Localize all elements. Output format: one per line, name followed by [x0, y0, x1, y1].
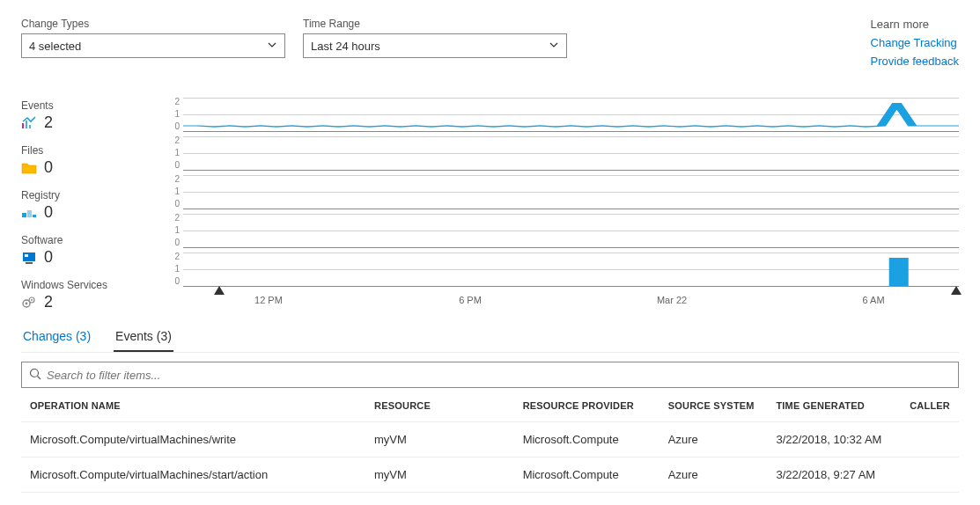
category-label: Files: [21, 144, 162, 157]
col-time-generated[interactable]: TIME GENERATED: [767, 388, 901, 422]
col-caller[interactable]: CALLER: [901, 388, 959, 422]
svg-line-12: [38, 376, 41, 379]
col-operation-name[interactable]: OPERATION NAME: [21, 388, 365, 422]
tab-events[interactable]: Events (3): [114, 324, 173, 352]
chevron-down-icon: [549, 40, 559, 53]
learn-more-section: Learn more Change Tracking Provide feedb…: [871, 18, 959, 73]
category-software: Software 0: [21, 234, 162, 267]
chevron-down-icon: [267, 40, 277, 53]
category-count: 0: [44, 248, 53, 267]
charts-column: 210 210 210 210: [162, 98, 959, 311]
summary-and-charts: Events 2 Files 0 Registry: [21, 98, 959, 311]
category-label: Registry: [21, 189, 162, 201]
category-summary-column: Events 2 Files 0 Registry: [21, 98, 162, 311]
category-files: Files 0: [21, 144, 162, 177]
table-header-row: OPERATION NAME RESOURCE RESOURCE PROVIDE…: [21, 388, 959, 422]
chart-files: 210: [162, 136, 959, 170]
svg-rect-5: [26, 262, 33, 264]
category-label: Events: [21, 99, 162, 112]
chart-software: 210: [162, 214, 959, 247]
time-range-dropdown[interactable]: Last 24 hours: [303, 33, 567, 58]
range-marker-right[interactable]: [951, 286, 962, 295]
change-types-label: Change Types: [21, 18, 285, 30]
search-input[interactable]: [47, 369, 951, 382]
tab-bar: Changes (3) Events (3): [21, 324, 959, 353]
col-source-system[interactable]: SOURCE SYSTEM: [659, 388, 768, 422]
category-count: 2: [44, 293, 53, 311]
category-count: 0: [44, 158, 53, 177]
registry-icon: [21, 206, 37, 220]
filter-bar: Change Types 4 selected Time Range Last …: [21, 18, 959, 73]
learn-more-link-feedback[interactable]: Provide feedback: [871, 55, 959, 68]
tab-changes[interactable]: Changes (3): [21, 324, 92, 352]
range-marker-left[interactable]: [214, 286, 225, 295]
svg-rect-4: [25, 254, 28, 257]
time-range-filter: Time Range Last 24 hours: [303, 18, 567, 73]
svg-rect-2: [33, 215, 36, 217]
events-icon: [21, 116, 37, 130]
change-types-dropdown[interactable]: 4 selected: [21, 33, 285, 58]
col-resource[interactable]: RESOURCE: [365, 388, 514, 422]
table-row[interactable]: Microsoft.Compute/virtualMachines/deallo…: [21, 493, 959, 506]
category-windows-services: Windows Services 2: [21, 279, 162, 311]
learn-more-heading: Learn more: [871, 18, 959, 31]
category-label: Windows Services: [21, 279, 162, 291]
svg-rect-10: [889, 258, 909, 286]
search-box[interactable]: [21, 362, 959, 388]
svg-point-7: [26, 302, 28, 304]
category-registry: Registry 0: [21, 189, 162, 222]
table-row[interactable]: Microsoft.Compute/virtualMachines/write …: [21, 422, 959, 457]
change-types-filter: Change Types 4 selected: [21, 18, 285, 73]
software-icon: [21, 251, 37, 265]
category-count: 2: [44, 113, 53, 132]
time-range-value: Last 24 hours: [311, 40, 380, 53]
learn-more-link-change-tracking[interactable]: Change Tracking: [871, 36, 959, 49]
svg-rect-1: [27, 210, 32, 217]
category-count: 0: [44, 203, 53, 222]
svg-point-9: [31, 299, 33, 301]
chart-windows-services: 210: [162, 252, 959, 286]
category-label: Software: [21, 234, 162, 246]
gear-icon: [21, 296, 37, 310]
events-table: OPERATION NAME RESOURCE RESOURCE PROVIDE…: [21, 388, 959, 505]
search-icon: [29, 368, 41, 383]
table-row[interactable]: Microsoft.Compute/virtualMachines/start/…: [21, 457, 959, 493]
time-range-label: Time Range: [303, 18, 567, 30]
chart-registry: 210: [162, 175, 959, 209]
svg-rect-0: [22, 213, 26, 217]
category-events: Events 2: [21, 99, 162, 132]
folder-icon: [21, 161, 37, 175]
chart-x-axis: 12 PM 6 PM Mar 22 6 AM: [183, 291, 959, 311]
col-resource-provider[interactable]: RESOURCE PROVIDER: [514, 388, 659, 422]
svg-point-11: [31, 369, 39, 377]
chart-events: 210: [162, 98, 959, 131]
change-types-value: 4 selected: [29, 40, 81, 53]
